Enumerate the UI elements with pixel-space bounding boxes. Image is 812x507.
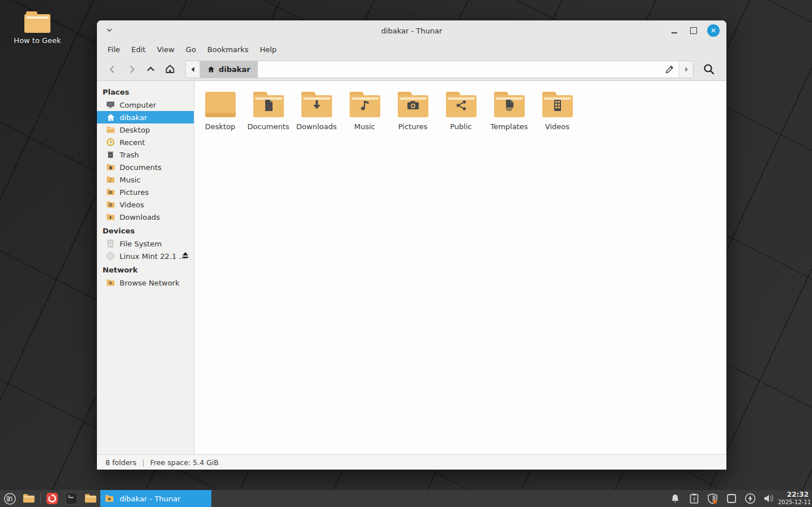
folder-icon <box>446 92 477 117</box>
sidebar-item-label: Linux Mint 22.1 … <box>120 252 186 261</box>
folder-label: Videos <box>545 122 569 131</box>
music-emblem-icon <box>359 99 371 114</box>
sidebar-item-label: Downloads <box>120 213 160 221</box>
folder-icon <box>301 92 332 117</box>
tray-shield-icon[interactable] <box>703 490 722 507</box>
clock-time: 22:32 <box>778 491 809 499</box>
sidebar-item-browse-network[interactable]: Browse Network <box>97 276 194 289</box>
sidebar-item-dibakar[interactable]: dibakar <box>97 111 194 123</box>
minimize-button[interactable] <box>669 25 680 36</box>
folder-public[interactable]: Public <box>437 92 485 131</box>
share-emblem-icon <box>455 99 467 114</box>
taskbar: $ dibakar - Thunar ! 22:32 2025-12-11 <box>0 490 812 507</box>
menu-go[interactable]: Go <box>181 43 201 56</box>
menu-edit[interactable]: Edit <box>126 43 151 56</box>
launcher-folder-icon[interactable] <box>19 490 39 507</box>
folder-picture-icon <box>106 188 115 197</box>
sidebar-item-computer[interactable]: Computer <box>97 99 194 111</box>
window-title: dibakar - Thunar <box>97 27 726 35</box>
folder-icon <box>205 92 236 117</box>
path-scroll-left-icon[interactable] <box>186 61 200 78</box>
document-emblem-icon <box>262 99 275 114</box>
sidebar-item-music[interactable]: ♪Music <box>97 173 194 186</box>
sidebar-item-desktop[interactable]: Desktop <box>97 123 194 136</box>
menubar: FileEditViewGoBookmarksHelp <box>97 41 726 58</box>
clock[interactable]: 22:32 2025-12-11 <box>778 491 812 505</box>
launcher-folder-icon[interactable] <box>81 490 100 507</box>
disc-icon <box>106 252 115 261</box>
folder-document-icon <box>106 163 115 172</box>
statusbar: 8 folders | Free space: 5.4 GiB <box>97 454 726 470</box>
folder-label: Downloads <box>296 122 337 131</box>
sidebar-item-recent[interactable]: Recent <box>97 136 194 148</box>
path-crumb-home[interactable]: dibakar <box>200 61 258 78</box>
camera-emblem-icon <box>406 99 420 114</box>
menu-help[interactable]: Help <box>254 43 282 56</box>
close-button[interactable]: ✕ <box>707 24 720 37</box>
tray-bell-icon[interactable] <box>666 490 685 507</box>
folder-documents[interactable]: Documents <box>244 92 292 131</box>
tray-clipboard-icon[interactable]: ! <box>685 490 703 507</box>
sidebar-item-documents[interactable]: Documents <box>97 161 194 173</box>
film-emblem-icon <box>552 99 563 114</box>
folder-icon <box>350 92 380 117</box>
eject-icon[interactable] <box>181 252 189 261</box>
folder-downloads[interactable]: Downloads <box>292 92 341 131</box>
folder-desktop[interactable]: Desktop <box>196 92 244 131</box>
back-button[interactable] <box>104 61 121 78</box>
file-view[interactable]: DesktopDocumentsDownloadsMusicPicturesPu… <box>194 81 726 454</box>
tray-power-icon[interactable] <box>741 490 759 507</box>
desktop-icon-how-to-geek[interactable]: How to Geek <box>10 11 65 45</box>
taskbar-task-thunar[interactable]: dibakar - Thunar <box>100 490 211 507</box>
sidebar-item-videos[interactable]: Videos <box>97 198 194 211</box>
titlebar[interactable]: dibakar - Thunar ✕ <box>97 20 726 41</box>
menu-view[interactable]: View <box>152 43 180 56</box>
folder-label: Templates <box>490 122 528 131</box>
tray-window-icon[interactable] <box>722 490 741 507</box>
path-scroll-right-icon[interactable] <box>679 61 693 78</box>
up-button[interactable] <box>142 61 159 78</box>
folder-music-icon: ♪ <box>106 175 115 184</box>
folder-label: Documents <box>247 122 289 131</box>
folder-icon <box>253 92 284 117</box>
folder-video-icon <box>106 200 115 209</box>
taskbar-separator <box>40 493 41 504</box>
sidebar-item-downloads[interactable]: Downloads <box>97 211 194 223</box>
tray-volume-icon[interactable] <box>759 490 778 507</box>
sidebar-item-label: Desktop <box>120 126 150 134</box>
launcher-mint-logo-icon[interactable] <box>0 490 19 507</box>
svg-text:!: ! <box>692 497 695 502</box>
sidebar-item-trash[interactable]: Trash <box>97 148 194 161</box>
sidebar-item-label: File System <box>120 240 161 248</box>
home-button[interactable] <box>161 61 178 78</box>
sidebar-item-label: Music <box>120 176 141 184</box>
sidebar-item-label: Videos <box>120 201 144 209</box>
folder-label: Desktop <box>205 122 236 131</box>
forward-button[interactable] <box>123 61 140 78</box>
launcher-browser-icon[interactable] <box>42 490 62 507</box>
menu-file[interactable]: File <box>103 43 125 56</box>
folder-templates[interactable]: Templates <box>485 92 533 131</box>
trash-icon <box>106 150 115 159</box>
launcher-terminal-icon[interactable]: $ <box>62 490 81 507</box>
sidebar-item-linux-mint-22-1-[interactable]: Linux Mint 22.1 … <box>97 250 194 262</box>
folder-icon <box>542 92 573 117</box>
search-icon[interactable] <box>699 60 719 78</box>
folder-icon <box>398 92 428 117</box>
folder-music[interactable]: Music <box>341 92 389 131</box>
home-icon <box>106 113 115 122</box>
folder-videos[interactable]: Videos <box>533 92 581 131</box>
thunar-window: dibakar - Thunar ✕ FileEditViewGoBookmar… <box>96 20 727 470</box>
maximize-button[interactable] <box>688 25 699 36</box>
sidebar-section-network: Network <box>97 262 194 276</box>
sidebar: PlacesComputerdibakarDesktopRecentTrashD… <box>97 81 194 454</box>
path-bar[interactable]: dibakar <box>185 61 694 78</box>
sidebar-section-devices: Devices <box>97 223 194 237</box>
menu-bookmarks[interactable]: Bookmarks <box>202 43 254 56</box>
folder-pictures[interactable]: Pictures <box>389 92 437 131</box>
task-label: dibakar - Thunar <box>120 495 181 503</box>
sidebar-item-pictures[interactable]: Pictures <box>97 186 194 198</box>
window-menu-chevron-icon[interactable] <box>105 25 116 36</box>
sidebar-item-file-system[interactable]: File System <box>97 237 194 250</box>
path-edit-pencil-icon[interactable] <box>660 61 679 78</box>
